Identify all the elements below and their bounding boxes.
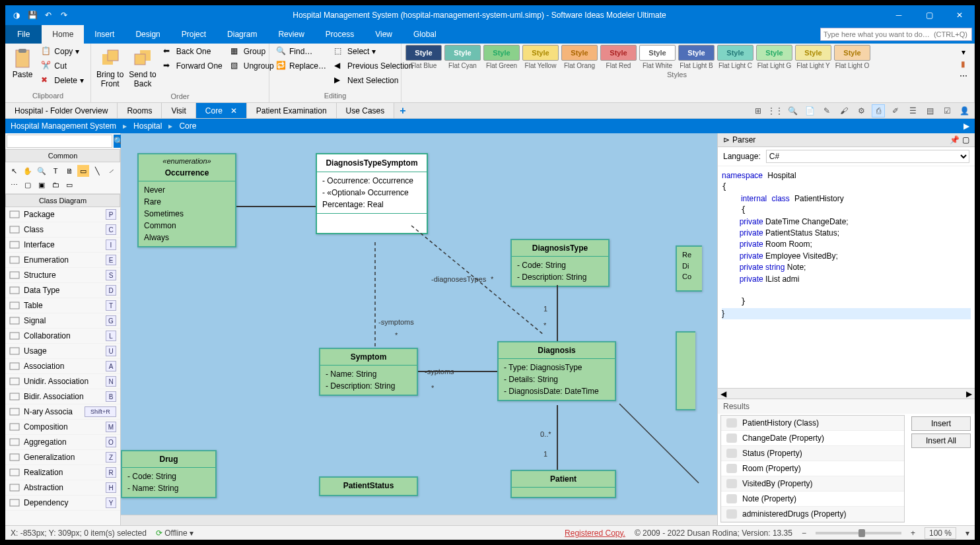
box-tool-icon[interactable]: ▢ <box>22 179 34 191</box>
save-icon[interactable]: 💾 <box>26 9 38 21</box>
breadcrumb-item[interactable]: Core <box>179 121 196 131</box>
tool-gear-icon[interactable]: ⚙ <box>855 104 868 117</box>
toolbox-item[interactable]: AbstractionH <box>5 480 120 496</box>
cut-button[interactable]: ✂️Cut <box>38 59 87 73</box>
h-scroll-left-icon[interactable]: ◀ <box>718 389 729 399</box>
code-editor[interactable]: namespace Hospital { internal class Pati… <box>718 166 975 388</box>
connector-tool-icon[interactable]: ⟋ <box>105 165 117 177</box>
style-swatch[interactable]: Style <box>444 45 481 61</box>
h-scroll-right-icon[interactable]: ▶ <box>963 389 975 399</box>
tool-parser-icon[interactable]: ⎙ <box>872 104 885 117</box>
style-swatch[interactable]: Style <box>678 45 715 61</box>
toolbox-item[interactable]: Data TypeD <box>5 283 120 298</box>
toolbox-item[interactable]: CompositionM <box>5 420 120 435</box>
menu-home[interactable]: Home <box>42 25 84 44</box>
menu-view[interactable]: View <box>365 25 403 44</box>
replace-button[interactable]: 🔁Replace… <box>273 59 329 73</box>
result-item[interactable]: PatientHistory (Class) <box>721 416 904 431</box>
pin-icon[interactable]: ⊳ <box>723 135 730 144</box>
insert-all-button[interactable]: Insert All <box>911 433 971 448</box>
toolbox-item[interactable]: DependencyY <box>5 496 120 511</box>
toolbox-item[interactable]: RealizationR <box>5 465 120 480</box>
uml-class-partial2[interactable] <box>676 331 695 410</box>
tool-edit-icon[interactable]: ✎ <box>820 104 833 117</box>
folder-tool-icon[interactable]: 🗀 <box>50 179 61 191</box>
toolbox-search-input[interactable] <box>7 135 112 148</box>
result-item[interactable]: VisitedBy (Property) <box>721 476 904 492</box>
menu-design[interactable]: Design <box>125 25 170 44</box>
rect2-tool-icon[interactable]: ▭ <box>63 179 75 191</box>
menu-file[interactable]: File <box>5 25 42 44</box>
result-item[interactable]: administeredDrugs (Property) <box>721 507 904 522</box>
toolbox-item[interactable]: SignalG <box>5 313 120 329</box>
forward-one-button[interactable]: ➡Forward One <box>160 59 225 73</box>
style-options-icon[interactable]: ⋯ <box>960 71 967 80</box>
toolbox-item[interactable]: Unidir. AssociationN <box>5 374 120 389</box>
result-item[interactable]: Note (Property) <box>721 492 904 507</box>
toolbox-item[interactable]: Bidir. AssociationB <box>5 389 120 404</box>
menu-insert[interactable]: Insert <box>84 25 125 44</box>
breadcrumb-item[interactable]: Hospital <box>133 121 162 131</box>
pointer-tool-icon[interactable]: ↖ <box>8 165 20 177</box>
style-swatch[interactable]: Style <box>483 45 520 61</box>
zoom-dropdown-icon[interactable]: ▾ <box>965 529 969 538</box>
dashed-tool-icon[interactable]: ⋯ <box>8 179 20 191</box>
toolbox-item[interactable]: UsageU <box>5 344 120 359</box>
add-tab-button[interactable]: + <box>394 103 411 118</box>
menu-global[interactable]: Global <box>403 25 447 44</box>
zoom-tool-icon[interactable]: 🔍 <box>36 165 48 177</box>
doc-tab[interactable]: Core✕ <box>196 103 247 118</box>
uml-class-partial[interactable]: ReDiCo <box>676 245 702 292</box>
toolbox-item[interactable]: N-ary AssociaShift+R <box>5 404 120 420</box>
breadcrumb-item[interactable]: Hospital Management System <box>11 121 116 131</box>
back-one-button[interactable]: ⬅Back One <box>160 45 225 58</box>
style-swatch[interactable]: Style <box>522 45 559 61</box>
registered-link[interactable]: Registered Copy. <box>565 529 625 538</box>
undo-icon[interactable]: ↶ <box>42 9 54 21</box>
toolbox-item[interactable]: TableT <box>5 298 120 313</box>
close-tab-icon[interactable]: ✕ <box>230 106 237 115</box>
toolbox-section-header[interactable]: Class Diagram <box>5 194 120 207</box>
style-swatch[interactable]: Style <box>639 45 676 61</box>
breadcrumb-arrow-icon[interactable]: ▶ <box>963 121 969 131</box>
tool-pen-icon[interactable]: ✐ <box>889 104 902 117</box>
minimize-button[interactable]: ─ <box>884 5 914 25</box>
menu-process[interactable]: Process <box>315 25 365 44</box>
zoom-in-icon[interactable]: + <box>911 529 915 538</box>
delete-button[interactable]: ✖Delete ▾ <box>38 74 87 87</box>
style-more-icon[interactable]: ▾ <box>962 48 965 57</box>
toolbox-item[interactable]: GeneralizationZ <box>5 450 120 465</box>
uml-class-diagnosis[interactable]: Diagnosis - Type: DiagnosisType- Details… <box>497 341 616 401</box>
toolbox-common-header[interactable]: Common <box>5 149 120 162</box>
doc-tab[interactable]: Visit <box>162 103 195 118</box>
close-button[interactable]: ✕ <box>944 5 975 25</box>
note-tool-icon[interactable]: 🗎 <box>63 165 75 177</box>
container-tool-icon[interactable]: ▣ <box>36 179 48 191</box>
tool-nav-icon[interactable]: ⊞ <box>752 104 765 117</box>
maximize-button[interactable]: ▢ <box>914 5 944 25</box>
uml-class-occurrence[interactable]: «enumeration» Occurrence NeverRareSometi… <box>137 153 236 247</box>
menu-project[interactable]: Project <box>171 25 217 44</box>
toolbox-item[interactable]: InterfaceI <box>5 238 120 253</box>
copy-button[interactable]: 📋Copy ▾ <box>38 45 87 58</box>
uml-class-diagnosistype[interactable]: DiagnosisType - Code: String- Descriptio… <box>510 239 610 287</box>
tool-brush-icon[interactable]: 🖌 <box>837 104 851 117</box>
style-swatch[interactable]: Style <box>717 45 753 61</box>
result-item[interactable]: Status (Property) <box>721 446 904 461</box>
diagram-canvas[interactable]: «enumeration» Occurrence NeverRareSometi… <box>121 133 717 525</box>
redo-icon[interactable]: ↷ <box>58 9 70 21</box>
zoom-out-icon[interactable]: − <box>802 529 806 538</box>
style-swatch[interactable]: Style <box>795 45 831 61</box>
menu-diagram[interactable]: Diagram <box>217 25 267 44</box>
uml-class-patient[interactable]: Patient <box>510 470 616 498</box>
line-tool-icon[interactable]: ╲ <box>91 165 103 177</box>
send-to-back-button[interactable]: Send to Back <box>127 45 157 91</box>
result-item[interactable]: ChangeDate (Property) <box>721 431 904 446</box>
toolbox-item[interactable]: AssociationA <box>5 359 120 374</box>
tool-tree-icon[interactable]: ⋮⋮ <box>769 104 782 117</box>
toolbox-item[interactable]: PackageP <box>5 207 120 222</box>
toolbox-item[interactable]: ClassC <box>5 222 120 238</box>
tool-layers-icon[interactable]: ☰ <box>906 104 919 117</box>
doc-tab[interactable]: Rooms <box>118 103 162 118</box>
toolbox-item[interactable]: EnumerationE <box>5 253 120 268</box>
